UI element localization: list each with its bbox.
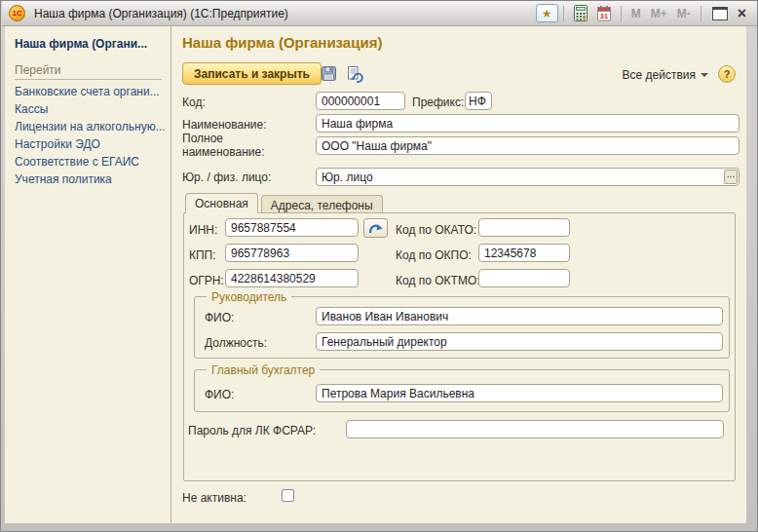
memory-m-plus-button[interactable]: M+: [646, 7, 672, 20]
prefix-label: Префикс:: [412, 95, 464, 109]
chevron-down-icon: [701, 73, 708, 77]
calendar-icon: 31: [596, 5, 612, 21]
inn-field[interactable]: [225, 218, 359, 237]
1c-app-icon: 1С: [9, 5, 25, 21]
full-name-field[interactable]: [316, 136, 739, 155]
okato-label: Код по ОКАТО:: [396, 223, 476, 237]
code-field[interactable]: [316, 92, 405, 110]
prefix-field[interactable]: [465, 92, 492, 110]
ogrn-field[interactable]: [225, 269, 359, 287]
memory-m-button[interactable]: M: [626, 7, 646, 20]
entity-type-field[interactable]: [316, 168, 739, 186]
save-button[interactable]: [318, 63, 340, 84]
sidebar-item-bank-accounts[interactable]: Банковские счета органи...: [15, 85, 160, 98]
app-window: 1С Наша фирма (Организация) (1С:Предприя…: [0, 0, 758, 532]
inactive-checkbox[interactable]: [282, 489, 294, 502]
name-label: Наименование:: [182, 118, 267, 132]
sidebar-nav-header: Перейти: [15, 63, 61, 77]
accountant-fio-field[interactable]: [316, 384, 723, 402]
help-button[interactable]: ?: [718, 65, 736, 83]
sidebar-divider: [15, 79, 162, 80]
full-name-label: Полное наименование:: [182, 132, 289, 159]
sidebar-item-cash-desks[interactable]: Кассы: [15, 102, 48, 116]
tab-main[interactable]: Основная: [185, 193, 258, 213]
memory-m-minus-button[interactable]: M-: [672, 7, 696, 20]
okpo-field[interactable]: [478, 244, 570, 262]
entity-type-label: Юр. / физ. лицо:: [182, 171, 271, 184]
sidebar-title: Наша фирма (Органи...: [15, 37, 147, 51]
sidebar-item-accounting-policy[interactable]: Учетная политика: [15, 172, 112, 186]
tab-addresses-phones[interactable]: Адреса, телефоны: [261, 195, 383, 213]
main-pane: Наша фирма (Организация) Записать и закр…: [171, 26, 746, 523]
calculator-button[interactable]: [571, 4, 590, 22]
entity-type-choose-button[interactable]: ...: [724, 170, 738, 184]
titlebar-separator: [563, 6, 564, 21]
accountant-group-legend: Главный бухгалтер: [207, 363, 320, 377]
director-position-label: Должность:: [205, 336, 267, 350]
director-fio-field[interactable]: [316, 307, 723, 325]
director-group-legend: Руководитель: [207, 290, 291, 304]
all-actions-label: Все действия: [623, 68, 696, 82]
inactive-label: Не активна:: [182, 491, 246, 505]
close-button[interactable]: ×: [734, 7, 750, 20]
page-title: Наша фирма (Организация): [182, 34, 382, 51]
oktmo-label: Код по ОКТМО:: [396, 274, 480, 287]
oktmo-field[interactable]: [478, 269, 570, 287]
kpp-label: КПП:: [189, 248, 216, 262]
save-and-close-button[interactable]: Записать и закрыть: [182, 62, 322, 85]
accountant-fio-label: ФИО:: [205, 388, 234, 401]
sidebar-item-egais[interactable]: Соответствие с ЕГАИС: [15, 155, 139, 169]
fsrar-password-label: Пароль для ЛК ФСРАР:: [188, 424, 316, 437]
fsrar-password-field[interactable]: [346, 420, 724, 438]
titlebar: 1С Наша фирма (Организация) (1С:Предприя…: [2, 1, 757, 26]
calendar-button[interactable]: 31: [594, 4, 614, 22]
inn-label: ИНН:: [189, 223, 217, 237]
floppy-save-icon: [321, 65, 337, 82]
tab-bar: Основная Адреса, телефоны: [185, 193, 383, 213]
maximize-button[interactable]: [712, 7, 728, 20]
director-fio-label: ФИО:: [205, 311, 234, 324]
svg-text:31: 31: [599, 12, 607, 20]
name-field[interactable]: [316, 114, 739, 133]
code-label: Код:: [182, 95, 206, 109]
accountant-group: Главный бухгалтер ФИО:: [194, 369, 730, 412]
star-icon: ★: [542, 7, 552, 20]
all-actions-menu[interactable]: Все действия: [623, 68, 708, 82]
favorites-button[interactable]: ★: [536, 4, 558, 22]
curved-arrow-icon: [367, 221, 384, 235]
director-position-field[interactable]: [316, 332, 723, 351]
calculator-icon: [573, 5, 588, 21]
titlebar-separator: [701, 6, 701, 21]
window-title: Наша фирма (Организация) (1С:Предприятие…: [34, 7, 288, 20]
reread-button[interactable]: [343, 63, 365, 84]
reread-document-icon: [346, 65, 363, 83]
sidebar: Наша фирма (Органи... Перейти Банковские…: [5, 26, 171, 523]
sidebar-item-alcohol-licenses[interactable]: Лицензии на алкогольную...: [15, 120, 166, 133]
director-group: Руководитель ФИО: Должность:: [194, 296, 730, 359]
sidebar-item-edo-settings[interactable]: Настройки ЭДО: [15, 137, 100, 151]
kpp-field[interactable]: [225, 244, 359, 262]
fill-by-inn-button[interactable]: [363, 218, 388, 238]
ogrn-label: ОГРН:: [189, 274, 224, 287]
titlebar-separator: [621, 6, 622, 21]
okpo-label: Код по ОКПО:: [396, 248, 472, 262]
window-content: Наша фирма (Органи... Перейти Банковские…: [5, 26, 746, 523]
okato-field[interactable]: [478, 218, 570, 237]
titlebar-controls: ★: [536, 4, 757, 22]
main-tab-panel: ИНН: Код по ОКАТО: КПП: Код по ОКПО: ОГР…: [183, 212, 736, 481]
